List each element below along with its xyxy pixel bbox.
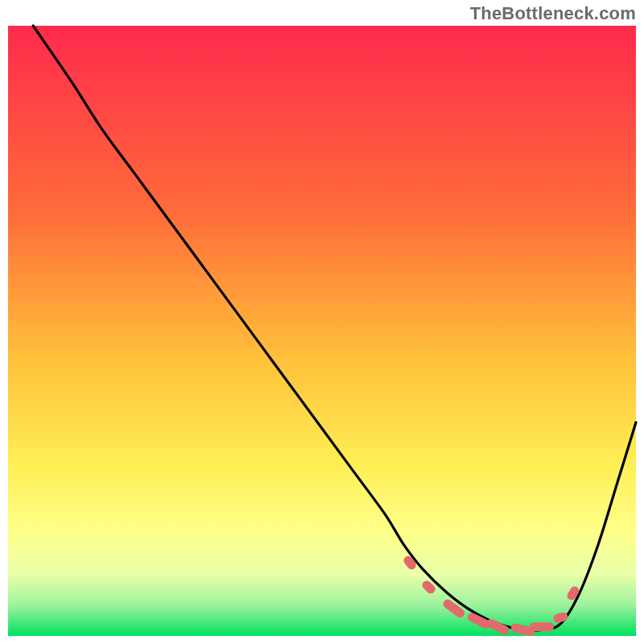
watermark-text: TheBottleneck.com — [470, 3, 636, 24]
svg-rect-6 — [530, 622, 554, 631]
bottleneck-chart — [0, 0, 644, 644]
bead — [530, 622, 554, 631]
gradient-background — [8, 26, 636, 636]
chart-stage: TheBottleneck.com — [0, 0, 644, 644]
